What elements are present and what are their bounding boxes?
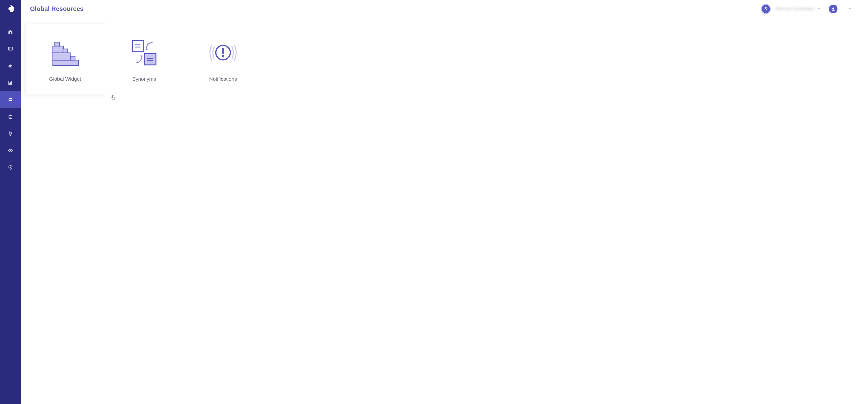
user-avatar[interactable]	[829, 5, 837, 13]
sidebar-item-connector[interactable]	[0, 125, 21, 142]
home-icon	[8, 29, 13, 34]
topbar: Global Resources S Sitecore Developers -…	[21, 0, 868, 18]
svg-rect-13	[63, 49, 67, 53]
sync-docs-icon	[128, 37, 160, 68]
database-icon	[8, 114, 13, 119]
svg-point-8	[832, 7, 834, 9]
user-icon	[831, 7, 835, 11]
sidebar	[0, 0, 21, 404]
card-label: Global Widget	[49, 76, 81, 82]
svg-point-23	[222, 55, 224, 57]
sidebar-item-home[interactable]	[0, 23, 21, 40]
sidebar-item-code[interactable]	[0, 142, 21, 159]
gear-icon	[8, 165, 13, 170]
svg-rect-3	[10, 82, 11, 84]
card-synonyms[interactable]: Synonyms	[104, 24, 184, 94]
org-avatar[interactable]: S	[761, 4, 771, 14]
pointer-cursor-icon	[111, 95, 115, 100]
layout-icon	[8, 46, 13, 51]
sidebar-item-database[interactable]	[0, 108, 21, 125]
globe-icon	[8, 97, 13, 102]
svg-rect-14	[71, 56, 75, 60]
sidebar-item-plugin[interactable]	[0, 57, 21, 74]
svg-rect-0	[8, 47, 12, 50]
svg-rect-2	[9, 83, 10, 84]
sidebar-item-settings[interactable]	[0, 159, 21, 176]
chevron-down-icon[interactable]	[848, 7, 851, 11]
svg-point-6	[9, 115, 12, 116]
svg-rect-22	[222, 48, 224, 54]
app-logo-icon[interactable]	[6, 4, 15, 13]
org-avatar-initial: S	[764, 7, 767, 11]
alarm-icon	[207, 37, 239, 68]
main-area: Global Resources S Sitecore Developers -…	[21, 0, 868, 404]
svg-rect-15	[132, 40, 144, 51]
plug-icon	[8, 131, 13, 136]
chevron-down-icon[interactable]	[817, 7, 820, 11]
svg-rect-10	[53, 53, 70, 60]
stack-chart-icon	[50, 37, 81, 68]
chart-icon	[8, 80, 13, 85]
org-name-label[interactable]: Sitecore Developers	[775, 6, 815, 11]
card-global-widget[interactable]: Global Widget	[26, 24, 104, 94]
user-menu-label[interactable]: - -	[842, 7, 846, 11]
card-notifications[interactable]: Notifications	[184, 24, 262, 94]
page-title: Global Resources	[30, 5, 84, 12]
content-area: Global Widget Synonyms	[21, 18, 868, 101]
svg-rect-11	[53, 46, 63, 53]
sidebar-item-global[interactable]	[0, 91, 21, 108]
svg-rect-18	[145, 54, 156, 65]
svg-point-7	[10, 167, 11, 168]
sidebar-item-layout[interactable]	[0, 40, 21, 57]
card-label: Notifications	[209, 76, 237, 82]
code-icon	[8, 148, 13, 153]
svg-rect-12	[55, 42, 60, 46]
puzzle-icon	[8, 63, 13, 68]
svg-rect-4	[11, 81, 11, 84]
sidebar-item-analytics[interactable]	[0, 74, 21, 91]
svg-rect-9	[53, 60, 79, 65]
card-label: Synonyms	[132, 76, 156, 82]
